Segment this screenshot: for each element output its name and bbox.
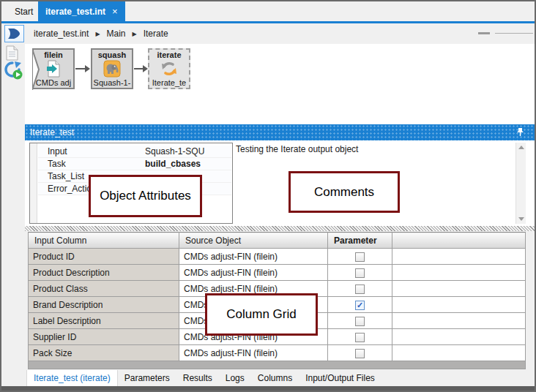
attribute-name: Task [48,158,66,170]
cell-source-object[interactable]: CMDs adjust-FIN (filein) [179,249,328,265]
attribute-name: Task_List [48,170,84,183]
tab-parameters[interactable]: Parameters [118,370,176,387]
parameter-checkbox[interactable] [355,317,365,326]
cell-empty [392,297,526,313]
attribute-row[interactable]: Task build_cbases [38,158,231,170]
attribute-row[interactable]: Input Squash-1-SQU [38,146,231,158]
pin-icon[interactable] [516,127,524,137]
tab-results[interactable]: Results [176,370,219,387]
breadcrumb-item-main[interactable]: Main [107,29,126,39]
cell-source-object[interactable]: CMDs adjust-FIN (filein) [179,265,328,281]
column-header-empty[interactable] [392,233,526,249]
cell-empty [392,249,526,265]
node-filein[interactable]: filein CMDs adj [32,48,75,89]
row-gutter [30,143,37,223]
node-name: Iterate_te [152,78,186,87]
cell-input-column[interactable]: Supplier ID [29,329,179,345]
scroll-up-icon[interactable] [518,146,524,149]
attribute-value[interactable]: build_cbases [145,158,201,170]
new-document-icon[interactable] [6,45,18,61]
divider [495,33,533,34]
connector-arrow [134,68,143,69]
node-notch [32,49,40,90]
breadcrumb: iterate_test.int ▶ Main ▶ Iterate [34,23,168,44]
comments-scrollbar[interactable] [515,143,526,224]
breadcrumb-item-file[interactable]: iterate_test.int [34,29,89,39]
attribute-value[interactable]: Squash-1-SQU [145,146,204,158]
node-squash[interactable]: squash Squash-1- [91,48,133,89]
run-transform-icon [7,27,21,40]
cell-input-column[interactable]: Product Description [29,265,179,281]
column-header-source-object[interactable]: Source Object [179,233,328,249]
column-header-input-column[interactable]: Input Column [29,233,179,249]
scheduled-run-icon[interactable] [4,61,23,80]
node-type: iterate [157,50,181,59]
cell-input-column[interactable]: Pack Size [29,345,179,361]
tab-iterate-test[interactable]: iterate_test.int × [38,1,125,21]
node-type: filein [44,50,63,59]
collapse-handle[interactable] [478,32,490,34]
iterate-loop-icon [160,60,178,78]
cell-empty [392,281,526,297]
table-row[interactable]: Product Description CMDs adjust-FIN (fil… [29,265,526,281]
parameter-checkbox[interactable] [355,349,365,358]
breadcrumb-item-iterate[interactable]: Iterate [144,29,168,39]
app-window: Start iterate_test.int × iterate_test.in… [0,0,536,392]
parameter-checkbox[interactable] [355,333,365,342]
parameter-checkbox[interactable] [355,301,365,310]
cell-input-column[interactable]: Label Description [29,313,179,329]
annotation-label: Comments [314,185,374,200]
cell-input-column[interactable]: Product ID [29,249,179,265]
cell-input-column[interactable]: Product Class [29,281,179,297]
editor-tab-bar: Start iterate_test.int × [1,1,535,21]
tab-columns[interactable]: Columns [251,370,299,387]
cell-input-column[interactable]: Brand Description [29,297,179,313]
table-footer [29,361,526,369]
properties-panel-header: Iterate_test [25,124,535,140]
cell-source-object[interactable]: CMDs adjust-FIN (filein) [179,345,328,361]
attribute-name: Input [48,146,67,158]
parameter-checkbox[interactable] [355,268,365,278]
panel-splitter[interactable] [25,226,535,231]
parameter-checkbox[interactable] [355,284,365,294]
run-transform-button[interactable] [4,25,24,42]
table-row[interactable]: Pack Size CMDs adjust-FIN (filein) [29,345,526,361]
cell-empty [392,345,526,361]
cell-empty [392,329,526,345]
column-header-parameter[interactable]: Parameter [328,233,392,249]
node-iterate[interactable]: iterate Iterate_te [148,48,190,89]
table-footer-row [29,361,526,369]
tab-input-output-files[interactable]: Input/Output Files [299,370,381,387]
squash-elephant-icon [103,60,121,78]
bottom-divider [1,386,535,391]
annotation-object-attributes: Object Attributes [89,175,202,217]
node-name: CMDs adj [36,78,71,87]
panel-title: Iterate_test [30,127,74,137]
parameter-checkbox[interactable] [355,252,365,262]
cell-empty [392,313,526,329]
file-input-icon [45,60,62,78]
annotation-label: Object Attributes [100,189,191,203]
annotation-comments: Comments [289,171,400,213]
cell-empty [392,265,526,281]
close-icon[interactable]: × [112,7,118,16]
breadcrumb-bar: iterate_test.int ▶ Main ▶ Iterate [1,23,535,44]
comments-field[interactable]: Testing the Iterate output object [236,144,510,154]
connector-arrow [75,68,85,69]
chevron-right-icon: ▶ [95,31,100,37]
annotation-column-grid: Column Grid [205,293,318,336]
tab-iterate-test-iterate[interactable]: Iterate_test (iterate) [26,370,118,387]
chevron-right-icon: ▶ [133,31,137,37]
tab-logs[interactable]: Logs [219,370,251,387]
annotation-label: Column Grid [226,307,296,322]
bottom-tab-bar: Iterate_test (iterate) Parameters Result… [26,370,381,387]
workflow-canvas[interactable]: filein CMDs adj squash Squash-1- [25,44,535,124]
node-name: Squash-1- [94,78,131,87]
scroll-down-icon[interactable] [518,217,524,221]
tab-label: iterate_test.int [45,7,105,17]
table-row[interactable]: Product ID CMDs adjust-FIN (filein) [29,249,526,265]
node-type: squash [98,50,127,59]
table-header-row: Input Column Source Object Parameter [29,233,526,249]
